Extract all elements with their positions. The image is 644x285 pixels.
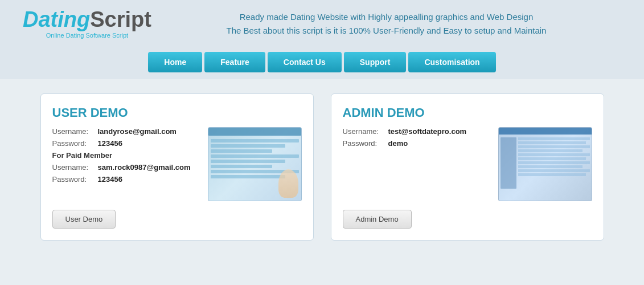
admin-password-label: Password: xyxy=(343,139,388,148)
user-username-row: Username: landyrose@gmail.com xyxy=(52,127,199,136)
user-username-label: Username: xyxy=(52,127,98,136)
user-demo-inner: Username: landyrose@gmail.com Password: … xyxy=(52,127,302,201)
paid-password-value: 123456 xyxy=(98,175,122,184)
user-password-label: Password: xyxy=(52,139,98,148)
user-password-value: 123456 xyxy=(98,139,122,148)
admin-demo-screenshot xyxy=(498,127,592,201)
nav-home[interactable]: Home xyxy=(148,52,202,72)
nav-customisation[interactable]: Customisation xyxy=(408,52,495,72)
logo-area: DatingScript Online Dating Software Scri… xyxy=(23,9,151,39)
tagline: Ready made Dating Website with Highly ap… xyxy=(151,10,621,38)
avatar-figure xyxy=(278,169,298,198)
admin-username-label: Username: xyxy=(343,127,388,136)
tagline-line2: The Best about this script is it is 100%… xyxy=(169,24,604,38)
user-demo-screenshot xyxy=(208,127,302,201)
logo-dating: Dating xyxy=(23,7,90,31)
user-demo-button[interactable]: User Demo xyxy=(52,210,116,229)
user-demo-box: USER DEMO Username: landyrose@gmail.com … xyxy=(40,93,314,241)
user-demo-title: USER DEMO xyxy=(52,105,302,120)
admin-demo-button[interactable]: Admin Demo xyxy=(343,210,412,229)
admin-demo-info: Username: test@softdatepro.com Password:… xyxy=(343,127,490,201)
admin-username-value: test@softdatepro.com xyxy=(388,127,467,136)
paid-username-value: sam.rock0987@gmail.com xyxy=(98,163,191,172)
nav-feature[interactable]: Feature xyxy=(204,52,265,72)
nav-contact[interactable]: Contact Us xyxy=(268,52,342,72)
tagline-line1: Ready made Dating Website with Highly ap… xyxy=(169,10,604,24)
paid-member-label: For Paid Member xyxy=(52,151,199,160)
logo-script: Script xyxy=(90,7,151,31)
admin-password-row: Password: demo xyxy=(343,139,490,148)
admin-username-row: Username: test@softdatepro.com xyxy=(343,127,490,136)
user-username-value: landyrose@gmail.com xyxy=(98,127,177,136)
admin-demo-title: ADMIN DEMO xyxy=(343,105,592,120)
user-demo-info: Username: landyrose@gmail.com Password: … xyxy=(52,127,199,201)
user-password-row: Password: 123456 xyxy=(52,139,199,148)
paid-password-row: Password: 123456 xyxy=(52,175,199,184)
paid-username-label: Username: xyxy=(52,163,98,172)
logo-subtitle: Online Dating Software Script xyxy=(46,32,128,39)
paid-password-label: Password: xyxy=(52,175,98,184)
logo: DatingScript xyxy=(23,9,151,30)
header: DatingScript Online Dating Software Scri… xyxy=(0,0,644,47)
paid-username-row: Username: sam.rock0987@gmail.com xyxy=(52,163,199,172)
admin-demo-inner: Username: test@softdatepro.com Password:… xyxy=(343,127,592,201)
admin-password-value: demo xyxy=(388,139,408,148)
nav-support[interactable]: Support xyxy=(344,52,407,72)
main-content: USER DEMO Username: landyrose@gmail.com … xyxy=(0,79,644,255)
nav-bar: Home Feature Contact Us Support Customis… xyxy=(0,47,644,79)
admin-demo-box: ADMIN DEMO Username: test@softdatepro.co… xyxy=(331,93,604,241)
